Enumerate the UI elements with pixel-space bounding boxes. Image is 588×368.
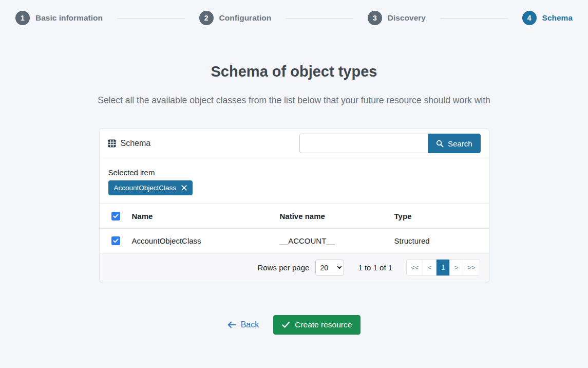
rows-per-page-select[interactable]: 20 — [315, 260, 344, 275]
check-icon — [113, 238, 119, 243]
step-label: Basic information — [35, 13, 103, 23]
pagination-first-button[interactable]: << — [407, 260, 423, 275]
magnifier-icon — [436, 140, 444, 148]
pagination-page-1-button[interactable]: 1 — [437, 260, 450, 275]
wizard-stepper: 1 Basic information 2 Configuration 3 Di… — [0, 0, 588, 25]
table-icon — [108, 139, 116, 148]
selected-item-chip[interactable]: AccountObjectClass — [108, 180, 193, 195]
check-icon — [113, 214, 119, 218]
chip-label: AccountObjectClass — [114, 184, 177, 192]
panel-title: Schema — [108, 139, 151, 148]
schema-panel: Schema Search Selected item AccountObjec… — [99, 128, 489, 282]
rows-per-page-control: Rows per page 20 — [258, 260, 345, 275]
column-header-type[interactable]: Type — [386, 204, 489, 229]
stepper-connector — [117, 18, 185, 19]
selected-item-section: Selected item AccountObjectClass — [100, 158, 489, 204]
create-resource-label: Create resource — [295, 320, 352, 329]
pagination-next-button[interactable]: > — [450, 260, 463, 275]
wizard-actions: Back Create resource — [0, 315, 588, 335]
object-class-table: Name Native name Type AccountObjectClass… — [100, 204, 489, 253]
stepper-connector — [286, 18, 353, 19]
pagination-last-button[interactable]: >> — [463, 260, 479, 275]
back-button-label: Back — [241, 320, 259, 329]
rows-per-page-label: Rows per page — [258, 263, 310, 272]
cell-native-name: __ACCOUNT__ — [271, 229, 386, 253]
step-number-badge: 3 — [368, 11, 382, 25]
step-number-badge: 2 — [199, 11, 214, 25]
select-all-checkbox[interactable] — [111, 212, 120, 220]
step-discovery[interactable]: 3 Discovery — [368, 11, 426, 25]
create-resource-button[interactable]: Create resource — [273, 315, 361, 335]
pagination: << < 1 > >> — [406, 259, 480, 276]
check-icon — [282, 322, 290, 328]
arrow-left-icon — [227, 321, 236, 328]
step-number-badge: 4 — [522, 11, 537, 25]
table-footer: Rows per page 20 1 to 1 of 1 << < 1 > >> — [100, 253, 489, 282]
column-header-name[interactable]: Name — [123, 204, 271, 229]
panel-header: Schema Search — [100, 129, 489, 158]
step-basic-information[interactable]: 1 Basic information — [15, 11, 103, 25]
selected-item-label: Selected item — [108, 168, 480, 177]
step-label: Discovery — [388, 13, 426, 23]
cell-type: Structured — [386, 229, 489, 253]
table-header-row: Name Native name Type — [100, 204, 489, 229]
close-icon[interactable] — [181, 185, 187, 191]
pagination-range-label: 1 to 1 of 1 — [358, 263, 392, 272]
step-number-badge: 1 — [15, 11, 30, 25]
row-checkbox[interactable] — [111, 236, 120, 245]
back-button[interactable]: Back — [227, 320, 259, 329]
step-label: Schema — [542, 13, 573, 23]
step-schema[interactable]: 4 Schema — [522, 11, 573, 25]
stepper-connector — [440, 18, 508, 19]
table-row[interactable]: AccountObjectClass __ACCOUNT__ Structure… — [100, 229, 489, 253]
step-configuration[interactable]: 2 Configuration — [199, 11, 272, 25]
search-button[interactable]: Search — [428, 134, 481, 153]
step-label: Configuration — [219, 13, 272, 23]
search-input[interactable] — [299, 134, 428, 153]
page-title: Schema of object types — [0, 63, 588, 80]
column-header-native-name[interactable]: Native name — [271, 204, 386, 229]
pagination-prev-button[interactable]: < — [423, 260, 437, 275]
panel-title-text: Schema — [121, 139, 151, 148]
search-button-label: Search — [448, 139, 472, 148]
search-group: Search — [299, 134, 481, 153]
page-subtitle: Select all the available object classes … — [94, 93, 495, 108]
cell-name: AccountObjectClass — [123, 229, 271, 253]
